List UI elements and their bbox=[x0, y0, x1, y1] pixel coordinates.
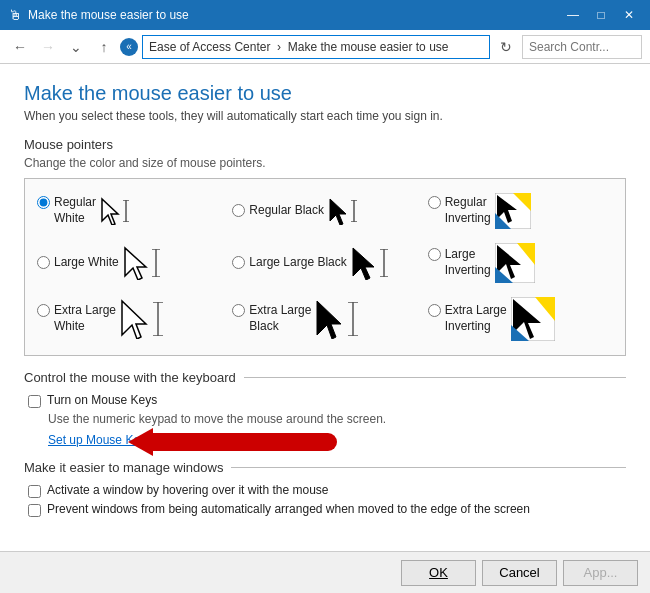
prevent-arrange-checkbox[interactable] bbox=[28, 504, 41, 517]
manage-windows-divider-line bbox=[231, 467, 626, 468]
mouse-keys-row: Turn on Mouse Keys bbox=[24, 393, 626, 408]
pointer-label-large-black[interactable]: Large Large Black bbox=[232, 255, 346, 271]
cursor-preview-xlarge-black bbox=[315, 299, 365, 339]
pointer-radio-regular-white[interactable] bbox=[37, 196, 50, 209]
svg-marker-24 bbox=[122, 301, 146, 339]
up-button[interactable]: ↑ bbox=[92, 35, 116, 59]
pointer-cell-xlarge-invert: Extra LargeInverting bbox=[424, 291, 617, 347]
cursor-preview-xlarge-invert bbox=[511, 297, 561, 341]
ok-button[interactable]: OK bbox=[401, 560, 476, 586]
cursor-preview-regular-black bbox=[328, 197, 378, 225]
text-cursor-icon-lb bbox=[379, 249, 389, 277]
manage-windows-section: Make it easier to manage windows Activat… bbox=[24, 460, 626, 517]
pointer-label-xlarge-white[interactable]: Extra LargeWhite bbox=[37, 303, 116, 334]
white-cursor-icon bbox=[100, 197, 120, 225]
maximize-button[interactable]: □ bbox=[588, 5, 614, 25]
pointer-radio-xlarge-black[interactable] bbox=[232, 304, 245, 317]
mouse-pointers-label: Mouse pointers bbox=[24, 137, 626, 152]
close-button[interactable]: ✕ bbox=[616, 5, 642, 25]
pointer-label-large-white[interactable]: Large White bbox=[37, 255, 119, 271]
cursor-preview-large-invert bbox=[495, 243, 545, 283]
apply-button[interactable]: App... bbox=[563, 560, 638, 586]
pointer-radio-large-white[interactable] bbox=[37, 256, 50, 269]
pointer-cell-regular-black: Regular Black bbox=[228, 187, 421, 235]
pointer-cell-xlarge-white: Extra LargeWhite bbox=[33, 291, 226, 347]
black-cursor-large-icon bbox=[351, 246, 377, 280]
pointer-label-regular-invert[interactable]: RegularInverting bbox=[428, 195, 491, 226]
title-bar: 🖱 Make the mouse easier to use — □ ✕ bbox=[0, 0, 650, 30]
text-cursor-icon-xw bbox=[152, 302, 164, 336]
mouse-keys-desc: Use the numeric keypad to move the mouse… bbox=[48, 412, 626, 426]
pointer-cell-regular-invert: RegularInverting bbox=[424, 187, 617, 235]
keyboard-section-label: Control the mouse with the keyboard bbox=[24, 370, 236, 385]
footer: OK Cancel App... bbox=[0, 551, 650, 593]
pointer-cell-xlarge-black: Extra LargeBlack bbox=[228, 291, 421, 347]
title-bar-buttons: — □ ✕ bbox=[560, 5, 642, 25]
mouse-keys-link-row: Set up Mouse Keys ☞ bbox=[48, 432, 626, 448]
cursor-preview-regular-white bbox=[100, 197, 150, 225]
cursor-hand-icon: ☞ bbox=[162, 432, 175, 448]
cursor-preview-regular-invert bbox=[495, 193, 545, 229]
pointer-label-regular-black[interactable]: Regular Black bbox=[232, 203, 324, 219]
svg-marker-16 bbox=[353, 248, 374, 280]
pointer-cell-large-black: Large Large Black bbox=[228, 237, 421, 289]
mouse-keys-label[interactable]: Turn on Mouse Keys bbox=[47, 393, 157, 407]
pointer-radio-xlarge-white[interactable] bbox=[37, 304, 50, 317]
pointer-label-xlarge-black[interactable]: Extra LargeBlack bbox=[232, 303, 311, 334]
pointer-label-regular-white[interactable]: RegularWhite bbox=[37, 195, 96, 226]
cursor-preview-large-black bbox=[351, 246, 401, 280]
cursor-preview-xlarge-white bbox=[120, 299, 170, 339]
keyboard-divider-line bbox=[244, 377, 626, 378]
page-title: Make the mouse easier to use bbox=[24, 82, 626, 105]
activate-window-row: Activate a window by hovering over it wi… bbox=[24, 483, 626, 498]
activate-window-label[interactable]: Activate a window by hovering over it wi… bbox=[47, 483, 328, 497]
manage-windows-divider: Make it easier to manage windows bbox=[24, 460, 626, 475]
forward-button[interactable]: → bbox=[36, 35, 60, 59]
activate-window-checkbox[interactable] bbox=[28, 485, 41, 498]
pointer-label-xlarge-invert[interactable]: Extra LargeInverting bbox=[428, 303, 507, 334]
svg-marker-4 bbox=[330, 199, 346, 225]
cancel-button[interactable]: Cancel bbox=[482, 560, 557, 586]
page-subtitle: When you select these tools, they will a… bbox=[24, 109, 626, 123]
keyboard-section-divider: Control the mouse with the keyboard bbox=[24, 370, 626, 385]
pointer-cell-large-white: Large White bbox=[33, 237, 226, 289]
pointer-grid-container: RegularWhite Regular Blac bbox=[24, 178, 626, 356]
pointer-radio-large-invert[interactable] bbox=[428, 248, 441, 261]
refresh-button[interactable]: ↻ bbox=[494, 35, 518, 59]
pointer-radio-regular-invert[interactable] bbox=[428, 196, 441, 209]
text-cursor-icon-rb bbox=[350, 200, 358, 222]
invert-cursor-icon-l bbox=[495, 243, 535, 283]
pointer-cell-large-invert: LargeInverting bbox=[424, 237, 617, 289]
pointer-radio-xlarge-invert[interactable] bbox=[428, 304, 441, 317]
text-cursor-icon-xb bbox=[347, 302, 359, 336]
black-cursor-icon bbox=[328, 197, 348, 225]
white-cursor-xlarge-icon bbox=[120, 299, 150, 339]
pointer-grid: RegularWhite Regular Blac bbox=[33, 187, 617, 347]
svg-marker-12 bbox=[125, 248, 146, 280]
mouse-pointers-desc: Change the color and size of mouse point… bbox=[24, 156, 626, 170]
invert-cursor-icon-xl bbox=[511, 297, 555, 341]
manage-windows-label: Make it easier to manage windows bbox=[24, 460, 223, 475]
white-cursor-large-icon bbox=[123, 246, 149, 280]
pointer-radio-large-black[interactable] bbox=[232, 256, 245, 269]
invert-cursor-icon-r bbox=[495, 193, 531, 229]
prevent-arrange-label[interactable]: Prevent windows from being automatically… bbox=[47, 502, 530, 516]
search-input[interactable] bbox=[522, 35, 642, 59]
set-up-mouse-keys-link[interactable]: Set up Mouse Keys bbox=[48, 433, 152, 447]
black-cursor-xlarge-icon bbox=[315, 299, 345, 339]
cursor-preview-large-white bbox=[123, 246, 173, 280]
address-bar: ← → ⌄ ↑ « ↻ bbox=[0, 30, 650, 64]
back-button[interactable]: ← bbox=[8, 35, 32, 59]
svg-marker-0 bbox=[102, 199, 118, 225]
down-button[interactable]: ⌄ bbox=[64, 35, 88, 59]
breadcrumb-icon: « bbox=[120, 38, 138, 56]
minimize-button[interactable]: — bbox=[560, 5, 586, 25]
pointer-cell-regular-white: RegularWhite bbox=[33, 187, 226, 235]
text-cursor-icon-lw bbox=[151, 249, 161, 277]
title-bar-icon: 🖱 bbox=[8, 7, 22, 23]
title-bar-title: Make the mouse easier to use bbox=[28, 8, 554, 22]
mouse-keys-checkbox[interactable] bbox=[28, 395, 41, 408]
pointer-radio-regular-black[interactable] bbox=[232, 204, 245, 217]
pointer-label-large-invert[interactable]: LargeInverting bbox=[428, 247, 491, 278]
address-input[interactable] bbox=[142, 35, 490, 59]
